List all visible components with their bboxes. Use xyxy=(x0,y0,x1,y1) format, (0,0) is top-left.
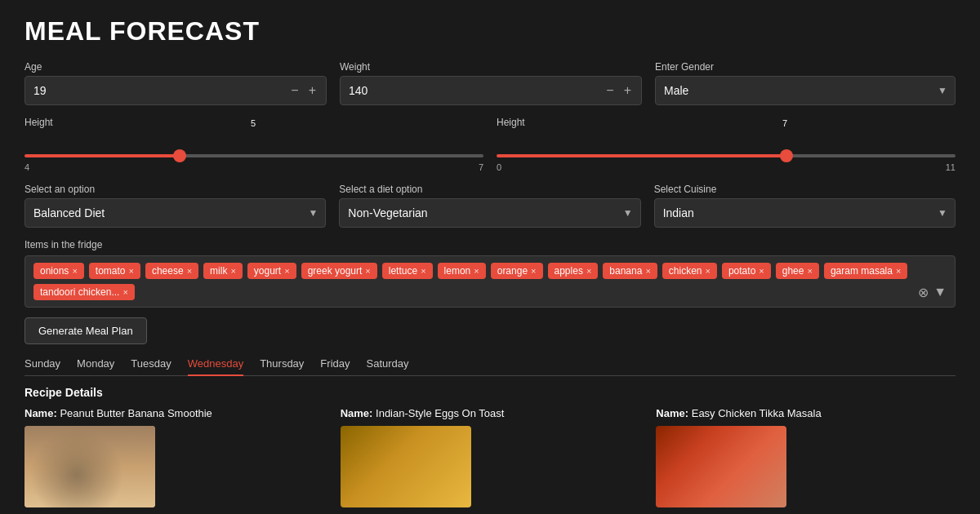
recipe-1-name: Name: Peanut Butter Banana Smoothie xyxy=(24,407,324,419)
weight-increment-button[interactable]: + xyxy=(622,83,633,98)
diet-type-wrapper: Non-Vegetarian Vegetarian Vegan ▼ xyxy=(339,198,640,228)
cuisine-label: Select Cuisine xyxy=(654,184,956,195)
tag-milk-remove-icon[interactable]: × xyxy=(230,266,235,276)
tag-greek-yogurt[interactable]: greek yogurt × xyxy=(301,263,377,279)
tag-cheese[interactable]: cheese × xyxy=(145,263,198,279)
height-right-value: 7 xyxy=(782,118,787,128)
tag-lettuce-remove-icon[interactable]: × xyxy=(421,266,425,276)
gender-select-wrapper: Male Female Other ▼ xyxy=(655,76,956,105)
age-input-wrapper: 19 − + xyxy=(24,76,327,105)
cuisine-select[interactable]: Indian Chinese Italian Mexican xyxy=(654,198,956,228)
fridge-expand-button[interactable]: ▼ xyxy=(933,285,947,299)
gender-label: Enter Gender xyxy=(655,61,956,73)
tab-saturday[interactable]: Saturday xyxy=(366,357,408,376)
diet-option-wrapper: Balanced Diet Low Carb High Protein Keto… xyxy=(24,198,326,228)
tab-friday[interactable]: Friday xyxy=(320,357,350,376)
diet-type-label: Select a diet option xyxy=(339,184,640,195)
cuisine-wrapper: Indian Chinese Italian Mexican ▼ xyxy=(654,198,956,228)
tag-orange[interactable]: orange × xyxy=(491,263,543,279)
age-value: 19 xyxy=(33,84,283,97)
age-label: Age xyxy=(24,61,327,73)
tag-chicken[interactable]: chicken × xyxy=(662,263,717,279)
tag-tomato-remove-icon[interactable]: × xyxy=(129,266,134,276)
weight-label: Weight xyxy=(340,61,642,73)
tag-ghee-remove-icon[interactable]: × xyxy=(807,266,812,276)
recipe-2-name: Name: Indian-Style Eggs On Toast xyxy=(341,407,640,419)
generate-meal-plan-button[interactable]: Generate Meal Plan xyxy=(24,317,147,344)
fridge-tags-container: onions × tomato × cheese × milk × yogurt… xyxy=(24,255,956,308)
page-title: MEAL FORECAST xyxy=(24,16,956,47)
age-increment-button[interactable]: + xyxy=(307,83,318,98)
tag-apples-remove-icon[interactable]: × xyxy=(586,266,591,276)
recipes-grid: Name: Peanut Butter Banana Smoothie Dura… xyxy=(24,407,956,514)
height-right-slider[interactable] xyxy=(497,154,956,157)
tag-greek-yogurt-remove-icon[interactable]: × xyxy=(365,266,370,276)
height-left-min: 4 xyxy=(24,162,29,172)
tag-tomato[interactable]: tomato × xyxy=(89,263,140,279)
recipe-card-1: Name: Peanut Butter Banana Smoothie Dura… xyxy=(24,407,324,514)
tag-orange-remove-icon[interactable]: × xyxy=(531,266,536,276)
tag-tandoori-remove-icon[interactable]: × xyxy=(122,287,127,297)
height-left-max: 7 xyxy=(479,162,483,172)
recipe-details-title: Recipe Details xyxy=(24,386,956,399)
height-right-label: Height xyxy=(497,117,956,128)
tag-chicken-remove-icon[interactable]: × xyxy=(706,266,710,276)
tab-thursday[interactable]: Thursday xyxy=(260,357,304,376)
recipe-1-image xyxy=(24,426,155,507)
tab-monday[interactable]: Monday xyxy=(77,357,114,376)
recipe-2-name-label: Name: xyxy=(341,407,373,419)
weight-decrement-button[interactable]: − xyxy=(604,83,615,98)
recipe-1-name-label: Name: xyxy=(24,407,57,419)
recipe-2-image xyxy=(341,426,471,507)
weight-input-wrapper: 140 − + xyxy=(340,76,642,105)
tag-garam-masala-remove-icon[interactable]: × xyxy=(896,266,901,276)
tag-lemon-remove-icon[interactable]: × xyxy=(474,266,479,276)
recipe-card-3: Name: Easy Chicken Tikka Masala Duration… xyxy=(656,407,956,514)
height-left-value: 5 xyxy=(251,118,256,128)
recipe-2-name-value: Indian-Style Eggs On Toast xyxy=(376,407,504,419)
recipe-3-name: Name: Easy Chicken Tikka Masala xyxy=(656,407,956,419)
tag-onions[interactable]: onions × xyxy=(33,263,84,279)
recipe-3-name-label: Name: xyxy=(656,407,688,419)
tag-ghee[interactable]: ghee × xyxy=(776,263,819,279)
gender-select[interactable]: Male Female Other xyxy=(655,76,956,105)
tab-sunday[interactable]: Sunday xyxy=(24,357,60,376)
tab-tuesday[interactable]: Tuesday xyxy=(131,357,171,376)
height-right-max: 11 xyxy=(946,162,956,172)
tag-banana[interactable]: banana × xyxy=(603,263,657,279)
diet-type-select[interactable]: Non-Vegetarian Vegetarian Vegan xyxy=(339,198,640,228)
tag-onions-remove-icon[interactable]: × xyxy=(72,266,77,276)
tab-wednesday[interactable]: Wednesday xyxy=(188,357,243,376)
tag-yogurt[interactable]: yogurt × xyxy=(247,263,296,279)
diet-option-select[interactable]: Balanced Diet Low Carb High Protein Keto xyxy=(24,198,326,228)
weight-value: 140 xyxy=(349,84,598,97)
age-decrement-button[interactable]: − xyxy=(289,83,300,98)
recipe-2-image-inner xyxy=(341,426,471,507)
tag-potato[interactable]: potato × xyxy=(722,263,771,279)
tag-tandoori-chicken[interactable]: tandoori chicken... × xyxy=(33,284,135,300)
fridge-label: Items in the fridge xyxy=(24,239,956,250)
tag-cheese-remove-icon[interactable]: × xyxy=(187,266,192,276)
tag-garam-masala[interactable]: garam masala × xyxy=(824,263,907,279)
tag-lemon[interactable]: lemon × xyxy=(438,263,486,279)
tag-lettuce[interactable]: lettuce × xyxy=(382,263,433,279)
day-tabs: Sunday Monday Tuesday Wednesday Thursday… xyxy=(24,357,956,376)
recipe-card-2: Name: Indian-Style Eggs On Toast Duratio… xyxy=(341,407,640,514)
recipe-3-image xyxy=(656,426,786,507)
height-left-slider[interactable] xyxy=(24,154,483,157)
recipe-1-image-inner xyxy=(24,426,155,507)
tag-milk[interactable]: milk × xyxy=(203,263,243,279)
height-right-min: 0 xyxy=(497,162,501,172)
recipe-3-image-inner xyxy=(656,426,786,507)
tag-apples[interactable]: apples × xyxy=(548,263,599,279)
tag-yogurt-remove-icon[interactable]: × xyxy=(284,266,289,276)
tag-potato-remove-icon[interactable]: × xyxy=(759,266,764,276)
diet-option-label: Select an option xyxy=(24,184,326,195)
fridge-clear-button[interactable]: ⊗ xyxy=(918,285,929,300)
tag-banana-remove-icon[interactable]: × xyxy=(645,266,650,276)
recipe-3-name-value: Easy Chicken Tikka Masala xyxy=(692,407,822,419)
recipe-1-name-value: Peanut Butter Banana Smoothie xyxy=(60,407,212,419)
